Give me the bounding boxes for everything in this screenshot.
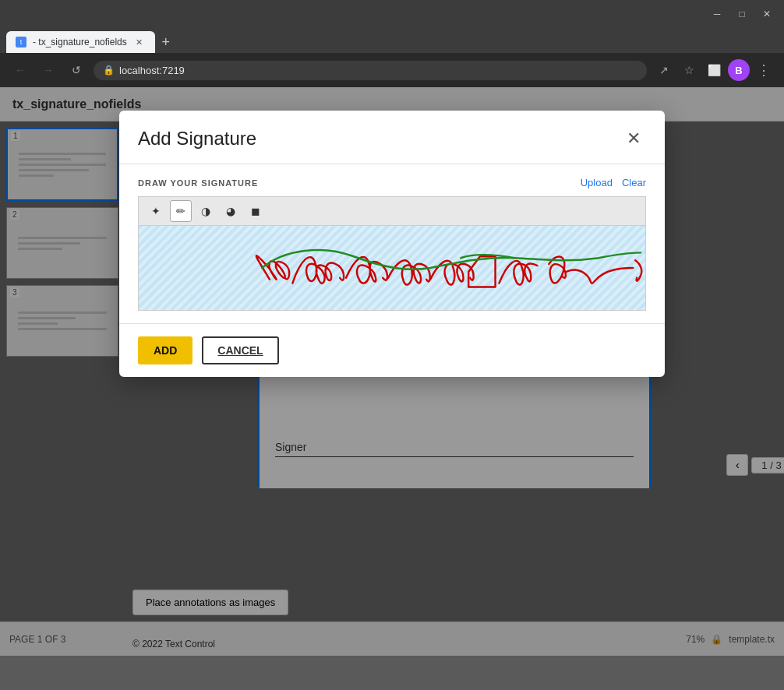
signature-drawing: [139, 226, 645, 310]
browser-titlebar: ─ □ ✕: [0, 0, 784, 28]
browser-actions: ↗ ☆ ⬜ B ⋮: [653, 59, 775, 81]
signature-section-header: DRAW YOUR SIGNATURE Upload Clear: [138, 177, 646, 188]
new-tab-button[interactable]: +: [155, 31, 177, 53]
close-button[interactable]: ✕: [756, 5, 778, 23]
share-button[interactable]: ↗: [653, 59, 675, 81]
reload-button[interactable]: ↺: [65, 59, 87, 81]
lock-icon: 🔒: [103, 65, 115, 76]
tab-title: - tx_signature_nofields: [33, 37, 127, 48]
tab-bar: t - tx_signature_nofields ✕ +: [0, 28, 784, 53]
modal-header: Add Signature ✕: [119, 111, 665, 164]
draw-signature-label: DRAW YOUR SIGNATURE: [138, 178, 258, 188]
modal-title: Add Signature: [138, 128, 256, 150]
signature-canvas[interactable]: [138, 225, 646, 311]
modal-body: DRAW YOUR SIGNATURE Upload Clear ✦ ✏ ◑ ◕…: [119, 164, 665, 323]
active-tab[interactable]: t - tx_signature_nofields ✕: [6, 31, 155, 53]
contrast-high-button[interactable]: ◼: [245, 200, 267, 222]
forward-button[interactable]: →: [37, 59, 59, 81]
tab-close-button[interactable]: ✕: [133, 36, 146, 48]
window-controls: ─ □ ✕: [706, 5, 778, 23]
maximize-button[interactable]: □: [731, 5, 753, 23]
modal-close-button[interactable]: ✕: [621, 126, 646, 151]
url-input[interactable]: 🔒 localhost:7219: [94, 61, 647, 80]
modal-footer: ADD CANCEL: [119, 323, 665, 377]
split-screen-button[interactable]: ⬜: [703, 59, 725, 81]
tab-favicon: t: [16, 37, 26, 48]
cancel-button[interactable]: CANCEL: [202, 336, 278, 364]
upload-link[interactable]: Upload: [581, 177, 613, 188]
clear-link[interactable]: Clear: [622, 177, 646, 188]
add-signature-modal: Add Signature ✕ DRAW YOUR SIGNATURE Uplo…: [119, 111, 665, 377]
modal-overlay: Add Signature ✕ DRAW YOUR SIGNATURE Uplo…: [0, 87, 784, 656]
drawing-toolbar: ✦ ✏ ◑ ◕ ◼: [138, 196, 646, 225]
section-actions: Upload Clear: [581, 177, 646, 188]
back-button[interactable]: ←: [9, 59, 31, 81]
url-text: localhost:7219: [119, 65, 185, 76]
page-content: tx_signature_nofields 1 2: [0, 87, 784, 656]
minimize-button[interactable]: ─: [706, 5, 728, 23]
address-bar: ← → ↺ 🔒 localhost:7219 ↗ ☆ ⬜ B ⋮: [0, 53, 784, 87]
magic-tool-button[interactable]: ✦: [145, 200, 167, 222]
pen-tool-button[interactable]: ✏: [170, 200, 192, 222]
contrast-mid-button[interactable]: ◕: [220, 200, 242, 222]
contrast-low-button[interactable]: ◑: [195, 200, 217, 222]
add-button[interactable]: ADD: [138, 336, 192, 364]
bookmark-button[interactable]: ☆: [678, 59, 700, 81]
user-avatar[interactable]: B: [728, 59, 750, 81]
menu-button[interactable]: ⋮: [753, 59, 775, 81]
